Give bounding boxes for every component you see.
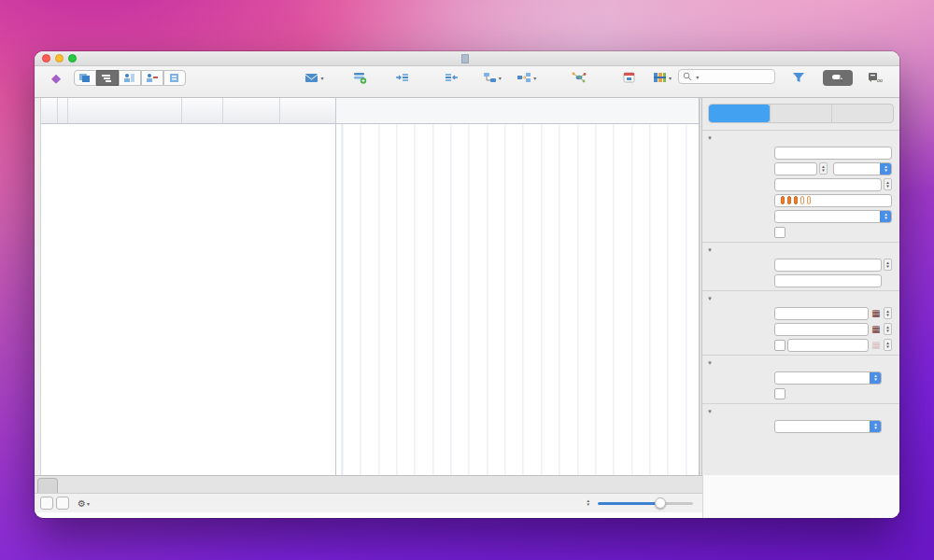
priority-widget[interactable] — [774, 194, 892, 207]
start-date-input[interactable] — [774, 307, 869, 320]
filter-mode-button[interactable] — [775, 68, 822, 97]
section-date[interactable]: ▼ — [702, 290, 899, 305]
status-bar: ⚙▾ ▲▼ — [35, 493, 702, 512]
select-arrows-icon: ▲▼ — [870, 420, 882, 433]
complete-stepper[interactable]: ▲▼ — [884, 178, 892, 190]
add-task-button[interactable] — [40, 497, 53, 510]
duration-stepper[interactable]: ▲▼ — [819, 162, 828, 175]
outdent-icon — [445, 69, 459, 86]
view-gantt-button[interactable] — [96, 70, 119, 86]
window-title — [35, 54, 899, 63]
main-content: ▼ ▲▼ ▲▼ ▲▼ — [35, 98, 899, 475]
timescale-stepper[interactable]: ▲▼ — [587, 499, 590, 507]
deadline-date-input[interactable] — [787, 339, 869, 352]
title-bar — [35, 51, 899, 66]
view-task-usage-button[interactable] — [141, 70, 163, 86]
gantt-timeline-header — [336, 98, 699, 124]
field-duration: ▲▼ ▲▼ — [702, 161, 899, 176]
select-arrows-icon: ▲▼ — [880, 162, 892, 175]
micro-reports-button[interactable]: ▾ — [287, 68, 341, 97]
gantt-body — [336, 124, 699, 475]
close-window-button[interactable] — [42, 54, 50, 63]
zoom-window-button[interactable] — [68, 54, 77, 63]
column-header-icon[interactable] — [58, 98, 68, 123]
column-header-priority[interactable] — [182, 98, 224, 123]
hypernote-button[interactable]: oo — [854, 68, 896, 97]
baseline-stepper[interactable]: ▲▼ — [884, 259, 892, 271]
disclosure-triangle-icon: ▼ — [707, 135, 713, 141]
tab-assignments[interactable] — [770, 105, 831, 122]
svg-text:oo: oo — [877, 77, 883, 83]
field-effort-driven — [702, 385, 899, 401]
column-header-name[interactable] — [68, 98, 182, 123]
field-priority — [702, 192, 899, 208]
solutions-icon: ◆ — [51, 69, 61, 86]
section-cost[interactable]: ▼ — [702, 242, 899, 257]
name-input[interactable] — [774, 147, 892, 160]
section-task-types[interactable]: ▼ — [702, 403, 899, 418]
tab-links[interactable] — [831, 105, 893, 122]
tab-task[interactable] — [709, 105, 770, 122]
task-types-select[interactable]: ▲▼ — [774, 420, 882, 433]
diagram-button[interactable]: ▾ — [506, 68, 546, 97]
table-header — [41, 98, 335, 124]
field-type: ▲▼ — [702, 370, 899, 385]
calendar-picker-icon[interactable]: ▦ — [870, 324, 882, 335]
deadline-stepper[interactable]: ▲▼ — [884, 339, 892, 351]
marker-select[interactable]: ▲▼ — [774, 210, 892, 223]
filter-icon — [792, 69, 805, 86]
view-documents-button[interactable] — [74, 70, 96, 86]
effort-driven-checkbox[interactable] — [774, 388, 785, 399]
finish-date-stepper[interactable]: ▲▼ — [884, 323, 892, 335]
zoom-slider-thumb[interactable] — [655, 497, 666, 509]
left-gutter — [35, 98, 41, 475]
duration-unit-select[interactable]: ▲▼ — [833, 162, 892, 175]
calendar-picker-icon[interactable]: ▦ — [870, 308, 882, 319]
deadline-checkbox[interactable] — [774, 340, 785, 351]
finish-date-input[interactable] — [774, 323, 869, 336]
field-complete: ▲▼ — [702, 176, 899, 192]
zoom-slider[interactable] — [598, 502, 693, 505]
indent-icon — [395, 69, 409, 86]
gantt-chart — [336, 98, 699, 475]
actual-input[interactable] — [774, 274, 882, 287]
open-in-mindmap-button[interactable] — [546, 68, 612, 97]
calendar-button[interactable] — [613, 68, 646, 97]
section-scheduling[interactable]: ▼ — [702, 355, 899, 370]
add-item-button[interactable] — [341, 68, 378, 97]
start-date-stepper[interactable]: ▲▼ — [884, 307, 892, 319]
theme-icon: ▾ — [653, 69, 672, 86]
complete-input[interactable] — [774, 178, 882, 191]
column-header-start[interactable] — [223, 98, 280, 123]
search-input[interactable]: ▾ — [678, 69, 775, 84]
indent-tasks-button[interactable] — [378, 68, 427, 97]
column-header-num[interactable] — [41, 98, 58, 123]
remove-task-button[interactable] — [56, 497, 69, 510]
field-baseline: ▲▼ — [702, 257, 899, 273]
field-types: ▲▼ — [702, 418, 899, 434]
section-info[interactable]: ▼ — [702, 130, 899, 145]
theme-button[interactable]: ▾ — [646, 68, 678, 97]
outdent-tasks-button[interactable] — [426, 68, 477, 97]
solutions-button[interactable]: ◆ — [38, 68, 74, 97]
link-button[interactable]: ▾ — [477, 68, 506, 97]
info-button[interactable] — [822, 68, 854, 97]
search-icon — [683, 68, 692, 85]
field-actual — [702, 273, 899, 288]
duration-input[interactable] — [774, 162, 817, 175]
view-resource-button[interactable] — [119, 70, 141, 86]
minimize-window-button[interactable] — [55, 54, 64, 63]
field-milestone — [702, 224, 899, 240]
column-header-finish[interactable] — [280, 98, 335, 123]
field-marker: ▲▼ — [702, 208, 899, 224]
view-report-button[interactable] — [163, 70, 186, 86]
micro-reports-icon: ▾ — [304, 69, 324, 86]
settings-gear-button[interactable]: ⚙▾ — [78, 498, 90, 509]
baseline-input[interactable] — [774, 259, 882, 272]
add-item-icon — [353, 69, 367, 86]
document-tab[interactable] — [37, 478, 58, 493]
milestone-checkbox[interactable] — [774, 227, 785, 238]
scheduling-type-select[interactable]: ▲▼ — [774, 371, 882, 385]
diagram-icon: ▾ — [517, 69, 536, 86]
calendar-icon — [623, 69, 635, 86]
